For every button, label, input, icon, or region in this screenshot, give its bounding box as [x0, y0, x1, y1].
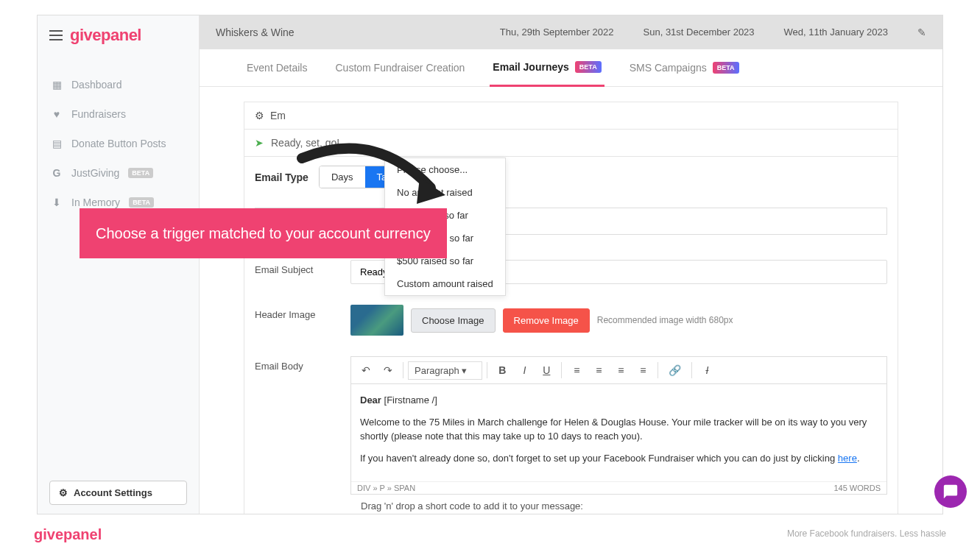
header-image-label: Header Image — [255, 305, 336, 336]
sidebar-item-label: JustGiving — [71, 167, 119, 179]
greeting-token: [Firstname /] — [384, 394, 437, 406]
beta-badge: BETA — [128, 168, 153, 178]
body-link[interactable]: here — [838, 453, 857, 464]
editor-toolbar: ↶ ↷ Paragraph ▾ B I U ≡ — [351, 357, 886, 384]
main: Whiskers & Wine Thu, 29th September 2022… — [200, 15, 942, 514]
tab-label: SMS Campaigns — [630, 62, 707, 74]
bold-icon[interactable]: B — [492, 360, 512, 381]
gear-icon: ⚙ — [59, 487, 68, 498]
account-settings-label: Account Settings — [74, 487, 152, 498]
editor-statusbar: DIV » P » SPAN 145 WORDS — [351, 481, 886, 494]
topbar: Whiskers & Wine Thu, 29th September 2022… — [200, 15, 942, 49]
brand-logo: givepanel — [70, 26, 141, 45]
editor-wordcount: 145 WORDS — [833, 484, 881, 492]
align-justify-icon[interactable]: ≡ — [632, 360, 653, 381]
edit-icon[interactable]: ✎ — [917, 26, 926, 38]
align-right-icon[interactable]: ≡ — [610, 360, 631, 381]
grid-icon: ▦ — [51, 79, 63, 91]
editor-body[interactable]: Dear [Firstname /] Welcome to the 75 Mil… — [351, 384, 886, 481]
greeting-prefix: Dear — [360, 394, 384, 406]
body-label: Email Body — [255, 356, 336, 514]
sidebar-item-label: In Memory — [71, 197, 120, 208]
tab-sms-campaigns[interactable]: SMS Campaigns BETA — [627, 49, 742, 86]
redo-icon[interactable]: ↷ — [378, 360, 398, 381]
align-left-icon[interactable]: ≡ — [566, 360, 587, 381]
justgiving-icon: G — [51, 167, 63, 179]
subject-label: Email Subject — [255, 260, 336, 284]
date-extra: Wed, 11th January 2023 — [784, 26, 888, 39]
tab-email-journeys[interactable]: Email Journeys BETA — [490, 49, 604, 87]
sidebar-item-justgiving[interactable]: G JustGiving BETA — [38, 158, 199, 188]
tab-event-details[interactable]: Event Details — [244, 49, 310, 86]
journey-settings-header[interactable]: ⚙ Em — [244, 102, 898, 130]
clear-format-icon[interactable]: I — [697, 360, 717, 381]
footer-text: More Facebook fundraisers. Less hassle — [787, 528, 946, 539]
beta-badge: BETA — [575, 61, 602, 73]
body-row: Email Body ↶ ↷ Paragraph ▾ B — [244, 346, 898, 514]
list-icon: ▤ — [51, 138, 63, 149]
sidebar-item-label: Donate Button Posts — [71, 138, 166, 149]
body-paragraph: Welcome to the 75 Miles in March challen… — [360, 415, 878, 444]
body-paragraph-prefix: If you haven't already done so, don't fo… — [360, 453, 838, 464]
paragraph-select[interactable]: Paragraph ▾ — [408, 361, 482, 380]
align-center-icon[interactable]: ≡ — [588, 360, 609, 381]
sidebar-item-label: Fundraisers — [71, 108, 126, 120]
sidebar-item-dashboard[interactable]: ▦ Dashboard — [38, 70, 199, 99]
sidebar-footer: ⚙ Account Settings — [38, 472, 199, 514]
send-icon: ➤ — [255, 137, 264, 149]
date-end: Sun, 31st December 2023 — [644, 26, 755, 39]
tab-label: Event Details — [247, 62, 307, 74]
sidebar-header: givepanel — [38, 15, 199, 55]
tabs: Event Details Custom Fundraiser Creation… — [200, 49, 942, 87]
sidebar-item-label: Dashboard — [71, 79, 122, 91]
annotation-callout: Choose a trigger matched to your account… — [80, 208, 447, 258]
paragraph-label: Paragraph — [415, 365, 459, 376]
link-icon[interactable]: 🔗 — [663, 360, 687, 381]
journey-header-text: Em — [270, 110, 286, 121]
tab-label: Custom Fundraiser Creation — [335, 62, 465, 74]
undo-icon[interactable]: ↶ — [356, 360, 376, 381]
choose-image-button[interactable]: Choose Image — [411, 308, 496, 333]
sidebar: givepanel ▦ Dashboard ♥ Fundraisers ▤ Do… — [38, 15, 200, 514]
annotation-arrow-icon — [295, 136, 456, 217]
sidebar-nav: ▦ Dashboard ♥ Fundraisers ▤ Donate Butto… — [38, 55, 199, 472]
tab-label: Email Journeys — [493, 61, 569, 73]
header-image-row: Header Image Choose Image Remove Image R… — [244, 294, 898, 346]
remove-image-button[interactable]: Remove Image — [503, 308, 590, 333]
beta-badge: BETA — [129, 197, 154, 208]
tab-custom-fundraiser[interactable]: Custom Fundraiser Creation — [332, 49, 468, 86]
hamburger-icon[interactable] — [49, 30, 63, 40]
italic-icon[interactable]: I — [514, 360, 535, 381]
sidebar-item-donate-posts[interactable]: ▤ Donate Button Posts — [38, 129, 199, 158]
email-editor: ↶ ↷ Paragraph ▾ B I U ≡ — [350, 356, 887, 495]
gear-icon: ⚙ — [255, 110, 264, 121]
header-image-thumbnail — [350, 305, 403, 336]
app-frame: givepanel ▦ Dashboard ♥ Fundraisers ▤ Do… — [37, 15, 943, 514]
footer-logo: givepanel — [34, 526, 102, 543]
org-name: Whiskers & Wine — [216, 26, 500, 38]
heart-icon: ♥ — [51, 108, 63, 120]
sidebar-item-fundraisers[interactable]: ♥ Fundraisers — [38, 99, 199, 129]
beta-badge: BETA — [713, 62, 739, 74]
underline-icon[interactable]: U — [536, 360, 557, 381]
chat-widget-button[interactable] — [934, 475, 967, 508]
memory-icon: ⬇ — [51, 197, 63, 208]
image-hint: Recommended image width 680px — [597, 315, 733, 325]
dropdown-item[interactable]: Custom amount raised — [385, 272, 505, 295]
shortcode-hint: Drag 'n' drop a short code to add it to … — [350, 495, 887, 514]
editor-path: DIV » P » SPAN — [357, 484, 415, 492]
date-start: Thu, 29th September 2022 — [500, 26, 614, 39]
account-settings-button[interactable]: ⚙ Account Settings — [49, 481, 187, 505]
